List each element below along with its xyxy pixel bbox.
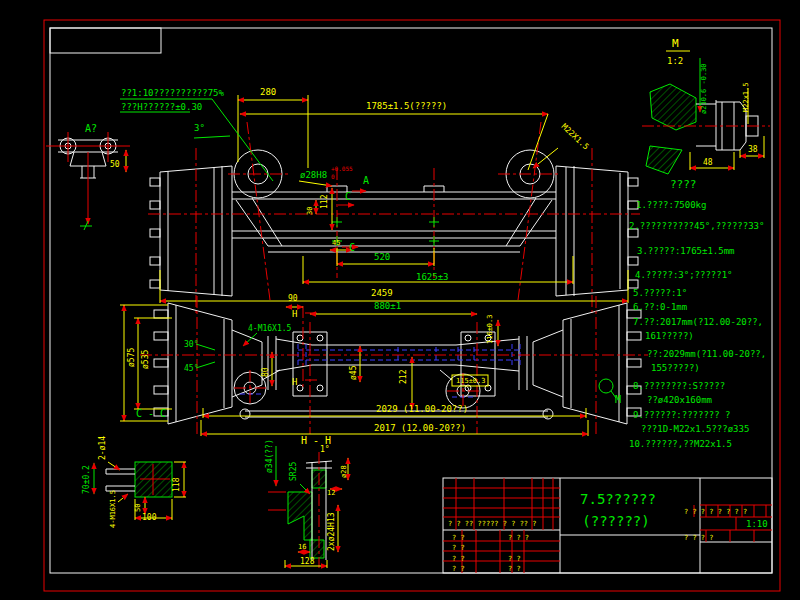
dim-118: 118 bbox=[172, 477, 181, 492]
tb-row3-left: ? ? bbox=[452, 555, 465, 563]
marker-a: A bbox=[363, 175, 369, 186]
dim-1deg: 1° bbox=[320, 445, 330, 454]
note-1: 1.????:7500kg bbox=[636, 200, 706, 210]
dim-48: 48 bbox=[703, 158, 713, 167]
dim-1785: 1785±1.5(?????) bbox=[366, 101, 447, 111]
rev-note-2: ???H??????±0.30 bbox=[121, 102, 202, 112]
tb-right-row1: ? ? ? ? ? ? ? ? bbox=[684, 508, 747, 516]
lower-view bbox=[120, 296, 648, 436]
dim-90: 90 bbox=[288, 294, 298, 303]
tb-row2-left: ? ? bbox=[452, 544, 465, 552]
note-5: 5.?????:1° bbox=[633, 288, 687, 298]
rev-note-1: ??1:10??????????75% bbox=[121, 88, 225, 98]
dim-128: 128 bbox=[300, 557, 315, 566]
section-hh-detail bbox=[268, 446, 348, 568]
detail-m-scale: 1:2 bbox=[667, 56, 683, 66]
tb-row4-left: ? ? bbox=[452, 565, 465, 573]
dim-2017: 2017 (12.00-20??) bbox=[374, 423, 466, 433]
note-10: 10.??????,??M22x1.5 bbox=[629, 439, 732, 449]
dim-112: 112 bbox=[320, 194, 329, 209]
note-7a: 7.??:2017mm(?12.00-20??, bbox=[633, 317, 763, 327]
note-7d: 155?????) bbox=[651, 363, 700, 373]
dim-sr25: SR25 bbox=[289, 462, 298, 481]
note-8b: ??ø420x160mm bbox=[647, 395, 712, 405]
note-4: 4.?????:3°;?????1° bbox=[635, 270, 733, 280]
view-a-label: A? bbox=[85, 123, 97, 134]
dim-o28: ø28 bbox=[340, 465, 348, 478]
angle-30deg: 30° bbox=[184, 340, 198, 349]
dim-12: 12 bbox=[327, 489, 335, 497]
marker-h-bot: H bbox=[292, 377, 297, 387]
tb-scale: 1:10 bbox=[746, 519, 768, 529]
dim-2459: 2459 bbox=[371, 288, 393, 298]
dim-4m16: 4-M16X1.5 bbox=[248, 324, 292, 333]
revision-box bbox=[50, 28, 161, 53]
note-9b: ???1D-M22x1.5???ø335 bbox=[641, 424, 749, 434]
tb-row1-mid: ? ? ? bbox=[508, 534, 529, 542]
dim-50-a: 50 bbox=[110, 160, 120, 169]
note-9a: 9.??????:??????? ? bbox=[633, 410, 731, 420]
label-cc: C - C bbox=[136, 408, 166, 419]
dim-m22-knuckle: M22X1.5 bbox=[560, 122, 591, 152]
marker-h-top: H bbox=[292, 309, 297, 319]
dim-45-small: 45 bbox=[332, 239, 340, 247]
dim-30: 30 bbox=[306, 207, 314, 215]
dim-1625: 1625±3 bbox=[416, 272, 449, 282]
tb-right-row2: ? ? ? ? bbox=[684, 534, 714, 542]
dim-o575: ø575 bbox=[127, 348, 136, 367]
note-7b: 161?????) bbox=[645, 331, 694, 341]
tb-row4-mid: ? ? bbox=[508, 565, 521, 573]
dim-o34: ø34(??) bbox=[265, 439, 274, 473]
marker-c-bot: C bbox=[349, 242, 355, 253]
note-3: 3.?????:1765±1.5mm bbox=[637, 246, 735, 256]
dim-4m16-b: 4-M16X1.5 bbox=[109, 490, 117, 528]
dim-100: 100 bbox=[142, 513, 157, 522]
notes-title: ???? bbox=[670, 178, 697, 191]
angle-45deg: 45° bbox=[184, 364, 198, 373]
marker-m: M bbox=[615, 394, 621, 405]
note-7c: ??:2029mm(?11.00-20??, bbox=[647, 349, 766, 359]
marker-c-top: C bbox=[345, 191, 351, 202]
angle-3deg: 3° bbox=[194, 123, 205, 133]
dim-m22-stud: M22x1.5 bbox=[742, 82, 750, 112]
dim-o45: ø45 bbox=[349, 365, 358, 380]
dim-115: 115±0.3 bbox=[456, 377, 486, 385]
dim-o28h8: ø28H8 bbox=[300, 170, 327, 180]
dim-16: 16 bbox=[298, 543, 306, 551]
tb-title-2: (??????) bbox=[582, 513, 649, 529]
tb-header: ? ? ?? ????? ? ? ?? ? bbox=[448, 520, 537, 528]
tol-28-lower: 0 bbox=[331, 173, 335, 180]
dim-116: 116±0.3 bbox=[486, 314, 494, 344]
tb-title-1: 7.5?????? bbox=[580, 491, 656, 507]
dim-80: 80 bbox=[261, 367, 270, 377]
dim-38: 38 bbox=[748, 145, 758, 154]
dim-50-b: 50 bbox=[134, 504, 142, 512]
tb-row3-mid: ? ? bbox=[508, 555, 521, 563]
dim-212: 212 bbox=[399, 369, 408, 384]
note-6: 6.??:0-1mm bbox=[633, 302, 687, 312]
tb-row1-left: ? ? bbox=[452, 534, 465, 542]
detail-m-letter: M bbox=[672, 37, 679, 50]
dim-2029: 2029 (11.00-20??) bbox=[376, 404, 468, 414]
cad-drawing-sheet: ??1:10??????????75%???H??????±0.30A?503°… bbox=[0, 0, 800, 600]
dim-o230: ø230.6 -0.30 bbox=[700, 63, 708, 114]
dim-880: 880±1 bbox=[374, 301, 401, 311]
dim-o535: ø535 bbox=[141, 350, 150, 369]
drawing-canvas: ??1:10??????????75%???H??????±0.30A?503°… bbox=[0, 0, 800, 600]
dim-70: 70±0.2 bbox=[82, 465, 91, 494]
tol-28-upper: +0.055 bbox=[331, 165, 353, 172]
note-8a: 8.????????:S????? bbox=[633, 381, 725, 391]
dim-520: 520 bbox=[374, 252, 390, 262]
note-2: 2.??????????45°,??????33° bbox=[629, 221, 764, 231]
dim-2o24: 2xø24H13 bbox=[327, 512, 336, 551]
dim-2o14: 2-ø14 bbox=[98, 436, 107, 460]
view-a-detail bbox=[46, 132, 230, 230]
dim-280: 280 bbox=[260, 87, 276, 97]
